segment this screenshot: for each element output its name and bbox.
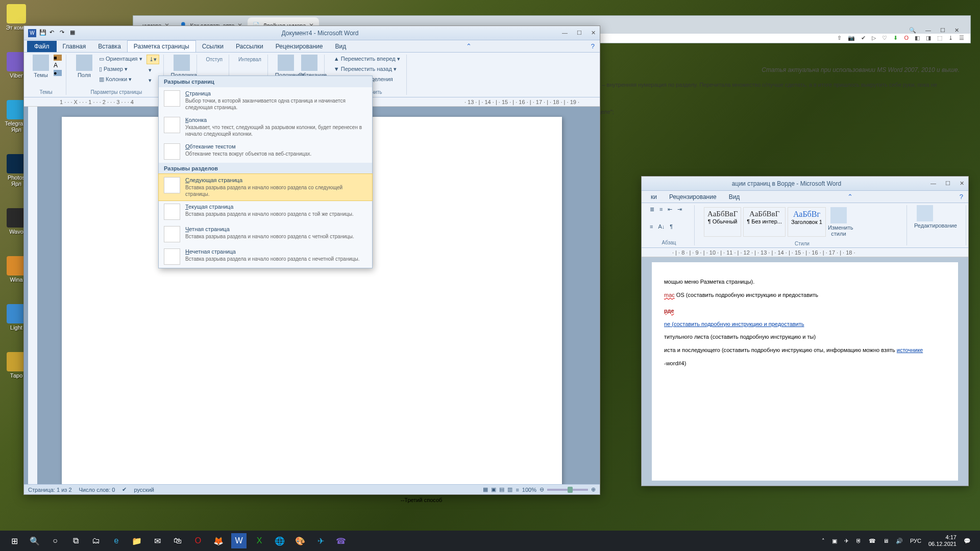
- help-icon[interactable]: ?: [954, 191, 968, 203]
- shield-icon[interactable]: ✔: [861, 35, 866, 41]
- word2-page[interactable]: мощью меню Разметка страницы). mac OS (с…: [652, 262, 958, 481]
- tray-clock[interactable]: 4:17 06.12.2021: [928, 534, 957, 547]
- save-icon[interactable]: 💾: [39, 29, 47, 37]
- help-icon[interactable]: ?: [586, 40, 600, 52]
- search-icon[interactable]: 🔍: [909, 27, 916, 34]
- tab-insert[interactable]: Вставка: [92, 41, 127, 52]
- change-styles-button[interactable]: Изменить стили: [828, 207, 849, 237]
- opera-icon[interactable]: O: [188, 531, 208, 551]
- view-outline-icon[interactable]: ▥: [507, 486, 512, 493]
- indent-icon[interactable]: ⇥: [675, 205, 684, 214]
- view-fullscreen-icon[interactable]: ▣: [491, 486, 496, 493]
- orientation-button[interactable]: ▭ Ориентация ▾: [97, 55, 144, 63]
- tray-chevron-icon[interactable]: ˄: [822, 538, 825, 544]
- undo-icon[interactable]: ↶: [50, 29, 58, 37]
- telegram-icon[interactable]: ✈: [310, 531, 331, 551]
- hyphenation-button[interactable]: ▾: [146, 76, 159, 85]
- pilcrow-icon[interactable]: ¶: [668, 222, 675, 231]
- maximize-icon[interactable]: ☐: [945, 180, 950, 187]
- close-icon[interactable]: ✕: [591, 30, 596, 36]
- align-icon[interactable]: ≡: [648, 222, 655, 231]
- edge-icon[interactable]: 🌐: [270, 531, 290, 551]
- list-icon[interactable]: ≣: [648, 205, 656, 214]
- minimize-icon[interactable]: —: [562, 30, 568, 36]
- word2-ruler[interactable]: · | · 8 · | · 9 · | · 10 · | · 11 · | · …: [642, 248, 968, 257]
- theme-fonts-icon[interactable]: A: [54, 62, 62, 69]
- style-heading1[interactable]: АаБбВгЗаголовок 1: [788, 207, 826, 237]
- editing-button[interactable]: Редактирование: [914, 205, 936, 229]
- ext-icon[interactable]: ◧: [915, 35, 920, 41]
- dl2-icon[interactable]: ⤓: [948, 35, 953, 41]
- cortana-button[interactable]: ○: [45, 531, 65, 551]
- list-icon[interactable]: ≡: [657, 205, 665, 213]
- close-icon[interactable]: ✕: [960, 180, 964, 187]
- view-printlayout-icon[interactable]: ▦: [483, 486, 488, 493]
- status-language[interactable]: русский: [134, 487, 154, 493]
- linenumbers-button[interactable]: ▾: [146, 66, 159, 74]
- view-weblayout-icon[interactable]: ▤: [499, 486, 504, 493]
- break-textwrap-item[interactable]: Обтекание текстомОбтекание текста вокруг…: [159, 140, 372, 163]
- link[interactable]: ne (составить подробную инструкцию и пре…: [664, 321, 804, 327]
- link[interactable]: источнике: [897, 347, 923, 353]
- tray-shield-icon[interactable]: ⛨: [856, 538, 862, 544]
- break-page-item[interactable]: СтраницаВыбор точки, в которой заканчива…: [159, 87, 372, 114]
- word2-tab[interactable]: ки: [645, 191, 663, 203]
- theme-colors-icon[interactable]: ■: [54, 55, 62, 61]
- tray-notifications-icon[interactable]: 💬: [964, 538, 971, 544]
- play-icon[interactable]: ▷: [872, 35, 876, 41]
- ext2-icon[interactable]: ◨: [926, 35, 931, 41]
- download-icon[interactable]: ⬇: [893, 35, 898, 41]
- status-spellcheck-icon[interactable]: ✔: [122, 486, 127, 493]
- size-button[interactable]: ▯ Размер ▾: [97, 65, 144, 73]
- camera-icon[interactable]: 📷: [848, 35, 855, 41]
- break-continuous-item[interactable]: Текущая страницаВставка разрыва раздела …: [159, 201, 372, 223]
- tab-references[interactable]: Ссылки: [196, 41, 230, 52]
- break-evenpage-item[interactable]: Четная страницаВставка разрыва раздела и…: [159, 223, 372, 245]
- bring-forward-button[interactable]: ▲ Переместить вперед ▾: [332, 55, 402, 63]
- firefox-icon[interactable]: 🦊: [208, 531, 229, 551]
- tray-icon[interactable]: ▣: [832, 538, 837, 544]
- folder-icon[interactable]: 📁: [127, 531, 147, 551]
- breaks-button[interactable]: ⤓▾: [146, 55, 159, 64]
- style-normal[interactable]: АаБбВвГ¶ Обычный: [704, 207, 741, 237]
- status-page[interactable]: Страница: 1 из 2: [28, 487, 72, 493]
- sort-icon[interactable]: A↓: [656, 222, 667, 231]
- share-icon[interactable]: ⇧: [837, 35, 842, 41]
- zoom-level[interactable]: 100%: [522, 487, 536, 493]
- taskview-button[interactable]: ⧉: [65, 531, 86, 551]
- word2-tab[interactable]: Вид: [723, 191, 746, 203]
- mail-icon[interactable]: ✉: [147, 531, 167, 551]
- word-taskbar-icon[interactable]: W: [231, 533, 247, 548]
- viber-icon[interactable]: ☎: [331, 531, 351, 551]
- ribbon-collapse-icon[interactable]: ⌃: [461, 40, 477, 52]
- tab-pagelayout[interactable]: Разметка страницы: [127, 40, 196, 52]
- tray-volume-icon[interactable]: 🔊: [896, 538, 903, 544]
- tray-language[interactable]: РУС: [910, 538, 921, 544]
- theme-effects-icon[interactable]: ●: [54, 70, 62, 76]
- minimize-icon[interactable]: —: [925, 27, 931, 34]
- cube-icon[interactable]: ⬚: [937, 35, 942, 41]
- zoom-slider[interactable]: [547, 489, 588, 491]
- watermark-button[interactable]: Подложка: [171, 55, 192, 78]
- zoom-out-icon[interactable]: ⊖: [540, 486, 544, 493]
- tab-review[interactable]: Рецензирование: [270, 41, 329, 52]
- tab-view[interactable]: Вид: [329, 41, 352, 52]
- ie-icon[interactable]: e: [106, 531, 127, 551]
- status-words[interactable]: Число слов: 0: [79, 487, 115, 493]
- tab-mailings[interactable]: Рассылки: [230, 41, 270, 52]
- file-tab[interactable]: Файл: [27, 41, 57, 52]
- paint-icon[interactable]: 🎨: [290, 531, 310, 551]
- store-icon[interactable]: 🛍: [167, 531, 188, 551]
- redo-icon[interactable]: ↷: [60, 29, 68, 37]
- position-button[interactable]: Положение: [275, 55, 297, 78]
- tray-monitor-icon[interactable]: 🖥: [883, 538, 889, 544]
- maximize-icon[interactable]: ☐: [940, 27, 945, 34]
- break-column-item[interactable]: КолонкаУказывает, что текст, следующий з…: [159, 114, 372, 140]
- opera-icon[interactable]: O: [904, 35, 909, 41]
- maximize-icon[interactable]: ☐: [577, 30, 582, 36]
- minimize-icon[interactable]: —: [930, 180, 936, 187]
- view-draft-icon[interactable]: ≡: [516, 487, 519, 493]
- word2-tab[interactable]: Рецензирование: [663, 191, 723, 203]
- themes-button[interactable]: Темы: [30, 55, 52, 78]
- indent-icon[interactable]: ⇤: [666, 205, 674, 214]
